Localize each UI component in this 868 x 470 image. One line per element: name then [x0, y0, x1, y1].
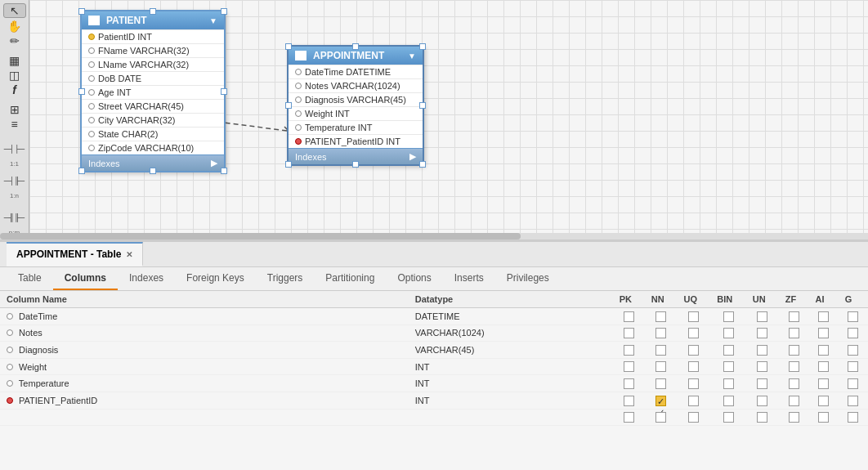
cb-nn-diagnosis[interactable] — [655, 345, 666, 356]
tab-inserts[interactable]: Inserts — [443, 267, 495, 290]
canvas-scrollbar[interactable] — [0, 233, 868, 239]
col-un-datetime[interactable] — [746, 308, 779, 325]
appt-resize-bm[interactable] — [352, 161, 359, 168]
cursor-tool[interactable]: ↖ — [3, 3, 26, 18]
cb-zf-datetime[interactable] — [789, 311, 799, 322]
table-row[interactable]: Notes VARCHAR(1024) — [0, 325, 868, 342]
cb-ai-patientid[interactable] — [818, 396, 829, 406]
cb-pk-diagnosis[interactable] — [624, 345, 634, 356]
cb-uq-patientid[interactable] — [688, 396, 699, 406]
table-row[interactable]: DateTime DATETIME — [0, 308, 868, 325]
cb-g-notes[interactable] — [848, 328, 858, 338]
cb-zf-empty[interactable] — [789, 412, 799, 423]
cb-g-weight[interactable] — [848, 361, 858, 372]
col-ai-datetime[interactable] — [809, 308, 839, 325]
cb-nn-notes[interactable] — [655, 328, 666, 338]
cb-pk-empty[interactable] — [624, 412, 634, 423]
appt-resize-tm[interactable] — [352, 43, 359, 50]
cb-bin-diagnosis[interactable] — [723, 345, 734, 356]
tab-indexes[interactable]: Indexes — [118, 267, 175, 290]
cb-bin-empty[interactable] — [723, 412, 734, 423]
patient-erd-table[interactable]: PATIENT ▼ PatientID INT FName VARCHAR(32… — [80, 10, 226, 172]
tab-columns[interactable]: Columns — [53, 267, 118, 290]
col-bin-datetime[interactable] — [710, 308, 746, 325]
patient-dropdown-icon[interactable]: ▼ — [209, 16, 217, 25]
cb-pk-patientid[interactable] — [624, 396, 634, 406]
hand-tool[interactable]: ✋ — [3, 20, 26, 33]
col-g-datetime[interactable] — [839, 308, 868, 325]
cb-un-datetime[interactable] — [757, 311, 767, 322]
appt-resize-tl[interactable] — [285, 43, 292, 50]
cb-g-patientid[interactable] — [848, 396, 858, 406]
rel-1n-tool[interactable]: ─┤╟─ — [3, 169, 26, 192]
routine-tool[interactable]: f — [3, 83, 26, 96]
cb-un-weight[interactable] — [757, 361, 767, 372]
appt-resize-mr[interactable] — [419, 102, 426, 109]
resize-bl[interactable] — [78, 168, 85, 174]
tab-triggers[interactable]: Triggers — [256, 267, 315, 290]
col-nn-datetime[interactable] — [645, 308, 678, 325]
cb-nn-weight[interactable] — [655, 361, 666, 372]
cb-bin-notes[interactable] — [723, 328, 734, 338]
tab-foreign-keys[interactable]: Foreign Keys — [175, 267, 256, 290]
table-row[interactable]: Diagnosis VARCHAR(45) — [0, 342, 868, 359]
cb-nn-empty[interactable] — [655, 412, 666, 423]
cb-un-diagnosis[interactable] — [757, 345, 767, 356]
table-row[interactable]: Temperature INT — [0, 375, 868, 392]
cb-g-diagnosis[interactable] — [848, 345, 858, 356]
cb-uq-empty[interactable] — [688, 412, 699, 423]
cb-bin-temperature[interactable] — [723, 378, 734, 389]
appt-resize-tr[interactable] — [419, 43, 426, 50]
cb-bin-weight[interactable] — [723, 361, 734, 372]
cb-un-notes[interactable] — [757, 328, 767, 338]
tab-privileges[interactable]: Privileges — [495, 267, 561, 290]
rel-nm-tool[interactable]: ─╢╟─ — [3, 206, 26, 229]
cb-zf-patientid[interactable] — [789, 396, 799, 406]
tab-partitioning[interactable]: Partitioning — [314, 267, 386, 290]
cb-zf-weight[interactable] — [789, 361, 799, 372]
cb-pk-weight[interactable] — [624, 361, 634, 372]
cb-pk-datetime[interactable] — [624, 311, 634, 322]
cb-zf-diagnosis[interactable] — [789, 345, 799, 356]
resize-tm[interactable] — [150, 8, 156, 15]
cb-un-empty[interactable] — [757, 412, 767, 423]
cb-bin-patientid[interactable] — [723, 396, 734, 406]
resize-mr[interactable] — [221, 88, 227, 95]
resize-br[interactable] — [221, 168, 227, 174]
appointment-panel-tab[interactable]: APPOINTMENT - Table ✕ — [7, 242, 143, 266]
view-tool[interactable]: ◫ — [3, 69, 26, 82]
cb-bin-datetime[interactable] — [723, 311, 734, 322]
cb-ai-weight[interactable] — [818, 361, 829, 372]
tab-table[interactable]: Table — [7, 267, 53, 290]
cb-uq-weight[interactable] — [688, 361, 699, 372]
cb-nn-temperature[interactable] — [655, 378, 666, 389]
cb-nn-datetime[interactable] — [655, 311, 666, 322]
cb-zf-notes[interactable] — [789, 328, 799, 338]
cb-uq-diagnosis[interactable] — [688, 345, 699, 356]
col-zf-datetime[interactable] — [779, 308, 809, 325]
cb-pk-temperature[interactable] — [624, 378, 634, 389]
resize-tl[interactable] — [78, 8, 85, 15]
cb-ai-temperature[interactable] — [818, 378, 829, 389]
cb-uq-temperature[interactable] — [688, 378, 699, 389]
col-pk-datetime[interactable] — [613, 308, 645, 325]
cb-ai-empty[interactable] — [818, 412, 829, 423]
table-tool[interactable]: ▦ — [3, 54, 26, 67]
cb-nn-patientid[interactable]: ✓ — [655, 396, 666, 406]
cb-pk-notes[interactable] — [624, 328, 634, 338]
note-tool[interactable]: ≡ — [3, 118, 26, 131]
resize-tr[interactable] — [221, 8, 227, 15]
eraser-tool[interactable]: ✏ — [3, 34, 26, 47]
cb-ai-datetime[interactable] — [818, 311, 829, 322]
appt-resize-bl[interactable] — [285, 161, 292, 168]
resize-bm[interactable] — [150, 168, 156, 174]
tab-options[interactable]: Options — [386, 267, 442, 290]
panel-tab-close[interactable]: ✕ — [126, 250, 132, 259]
cb-zf-temperature[interactable] — [789, 378, 799, 389]
table-row[interactable]: PATIENT_PatientID INT ✓ — [0, 392, 868, 409]
cb-ai-diagnosis[interactable] — [818, 345, 829, 356]
cb-ai-notes[interactable] — [818, 328, 829, 338]
cb-uq-datetime[interactable] — [688, 311, 699, 322]
cb-g-datetime[interactable] — [848, 311, 858, 322]
appt-resize-ml[interactable] — [285, 102, 292, 109]
